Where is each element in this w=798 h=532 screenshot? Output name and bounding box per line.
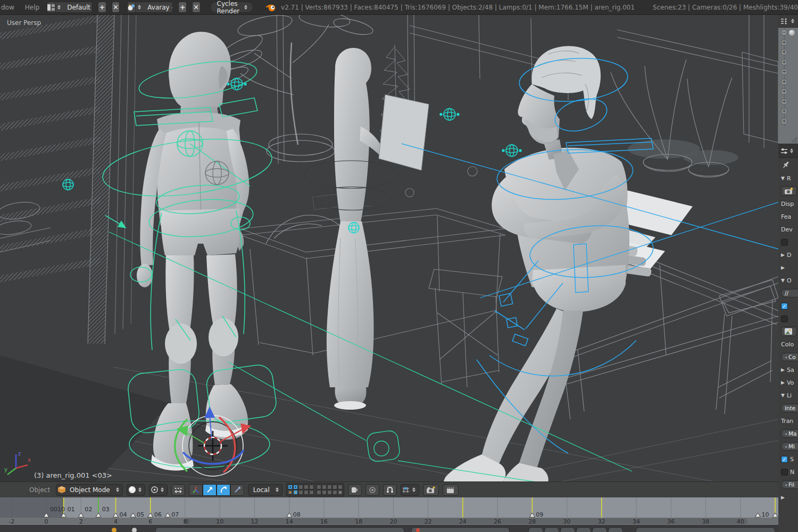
collapse-icon[interactable]: −	[781, 29, 787, 36]
snap-magnet-toggle[interactable]	[383, 484, 397, 496]
pin-icon[interactable]	[778, 158, 798, 172]
timeline-ruler[interactable]: -202468101214161820222426283032343638400…	[0, 497, 778, 525]
property-checkbox[interactable]: ✓	[781, 456, 788, 463]
manipulator-axis-toggle[interactable]	[189, 484, 203, 496]
layer-cell[interactable]	[309, 485, 314, 489]
expand-icon[interactable]: +	[781, 88, 787, 95]
manipulator-rotate-toggle[interactable]	[217, 484, 230, 496]
playback-reverse-button[interactable]	[560, 527, 575, 532]
properties-row-slider[interactable]: ◂Fil	[778, 478, 798, 491]
layer-cell[interactable]	[332, 485, 337, 489]
time-icon[interactable]	[132, 528, 137, 532]
manipulator-translate-toggle[interactable]	[203, 484, 217, 496]
expand-icon[interactable]: +	[781, 59, 787, 65]
image-button[interactable]	[781, 327, 797, 336]
layer-cell[interactable]	[293, 490, 298, 495]
layer-cell[interactable]	[338, 485, 343, 489]
menu-help[interactable]: Help	[22, 4, 43, 11]
layer-cell[interactable]	[304, 490, 309, 495]
outliner-row[interactable]: +	[778, 38, 798, 48]
property-slider[interactable]: ◂Fil	[781, 480, 798, 489]
layer-cell[interactable]	[327, 490, 332, 495]
scene-add-button[interactable]: +	[178, 2, 187, 13]
expand-icon[interactable]: +	[781, 118, 787, 124]
panel-collapsed-icon[interactable]: ▶	[781, 380, 785, 385]
layer-cell[interactable]	[327, 485, 332, 489]
expand-icon[interactable]: +	[781, 98, 787, 105]
scene-close-button[interactable]: ✕	[192, 2, 201, 13]
properties-row-label[interactable]: Tran	[778, 414, 798, 427]
expand-icon[interactable]: +	[781, 49, 787, 55]
outliner-header[interactable]	[778, 15, 798, 28]
properties-row-checkbox[interactable]: ✓S	[778, 453, 798, 466]
outliner-row[interactable]: +	[778, 67, 798, 77]
properties-row-checkbox[interactable]: N	[778, 466, 798, 478]
panel-collapsed-icon[interactable]: ▶	[781, 265, 785, 270]
property-field[interactable]: //	[781, 289, 798, 297]
layout-close-button[interactable]: ✕	[112, 2, 120, 13]
3d-viewport[interactable]: User Persp (3) aren_rig.001 <03> z x y O…	[0, 15, 778, 497]
layer-cell[interactable]	[322, 485, 327, 489]
stool-right-wireframe[interactable]	[716, 280, 778, 414]
properties-row-field[interactable]: //	[778, 287, 798, 300]
layer-cell[interactable]	[317, 485, 321, 489]
outliner-row[interactable]: +	[778, 106, 798, 117]
mode-select[interactable]: Object Mode	[56, 484, 123, 496]
outliner-row[interactable]: +	[778, 57, 798, 68]
scene-selector[interactable]: Avaray - Lab	[127, 2, 173, 13]
panel-expanded-icon[interactable]: ▼	[781, 393, 785, 398]
properties-row-panel_closed[interactable]: ▶	[778, 491, 798, 504]
outliner-row[interactable]: +	[778, 97, 798, 107]
orientation-select[interactable]: Local	[248, 484, 282, 496]
property-slider[interactable]: ◂Mi	[781, 442, 798, 451]
properties-row-panel_closed[interactable]: ▶	[778, 261, 798, 274]
snap-element-select[interactable]	[401, 484, 419, 496]
layer-cell[interactable]	[309, 490, 314, 495]
resize-grip-icon[interactable]	[790, 136, 797, 143]
properties-row-panel_closed[interactable]: ▶Vo	[778, 376, 798, 389]
layer-cell[interactable]	[298, 490, 303, 495]
properties-row-slider[interactable]: ◂Co	[778, 351, 798, 363]
proportional-edit-button[interactable]	[365, 484, 379, 496]
properties-row-iconbtn[interactable]	[778, 185, 798, 197]
properties-panel[interactable]: ▼RDispFeaDev▶D▶▼O//✓Colo◂Co▶Sa▶Vo▼LiInte…	[778, 144, 798, 532]
outliner-row[interactable]: −	[778, 28, 798, 38]
pivot-align-toggle[interactable]	[171, 484, 185, 496]
time-clock-icon[interactable]	[112, 528, 117, 532]
panel-collapsed-icon[interactable]: ▶	[781, 252, 785, 257]
current-frame-field[interactable]	[411, 527, 510, 532]
pivot-select[interactable]	[149, 484, 168, 496]
manipulator-scale-toggle[interactable]	[230, 484, 244, 496]
properties-header[interactable]	[778, 144, 798, 158]
frame-range-fields[interactable]	[155, 527, 404, 532]
properties-row-panel_open[interactable]: ▼Li	[778, 389, 798, 402]
screen-layout-selector[interactable]: Default	[47, 2, 93, 13]
lock-camera-button[interactable]	[348, 484, 362, 496]
floor-teal-gizmo[interactable]	[366, 430, 401, 463]
render-opengl-anim-button[interactable]	[443, 484, 459, 496]
character-middle[interactable]	[304, 48, 429, 410]
expand-icon[interactable]: +	[781, 108, 787, 114]
plant-right[interactable]	[611, 60, 738, 177]
layout-add-button[interactable]: +	[98, 2, 106, 13]
property-slider[interactable]: ◂Ma	[781, 429, 798, 438]
panel-expanded-icon[interactable]: ▼	[781, 176, 785, 181]
playback-jump-start-button[interactable]	[528, 527, 543, 532]
outliner-row[interactable]: +	[778, 77, 798, 87]
playback-play-button[interactable]	[576, 527, 591, 532]
timeline-panel[interactable]: -202468101214161820222426283032343638400…	[0, 497, 778, 532]
properties-row-panel_open[interactable]: ▼O	[778, 274, 798, 287]
camera-render-button[interactable]	[781, 186, 797, 196]
layer-cell[interactable]	[338, 490, 343, 495]
panel-collapsed-icon[interactable]: ▶	[781, 367, 785, 372]
property-field[interactable]: Inte	[781, 404, 798, 412]
layer-cell[interactable]	[293, 485, 298, 489]
outliner-panel[interactable]: −+++++++++	[778, 15, 798, 144]
panel-collapsed-icon[interactable]: ▶	[781, 495, 785, 500]
expand-icon[interactable]: +	[781, 79, 787, 85]
render-engine-select[interactable]: Cycles Render	[210, 2, 254, 13]
properties-row-iconbtn[interactable]	[778, 325, 798, 338]
properties-row-label[interactable]: Disp	[778, 197, 798, 210]
properties-row-slider[interactable]: ◂Mi	[778, 440, 798, 453]
property-checkbox[interactable]	[781, 469, 788, 476]
